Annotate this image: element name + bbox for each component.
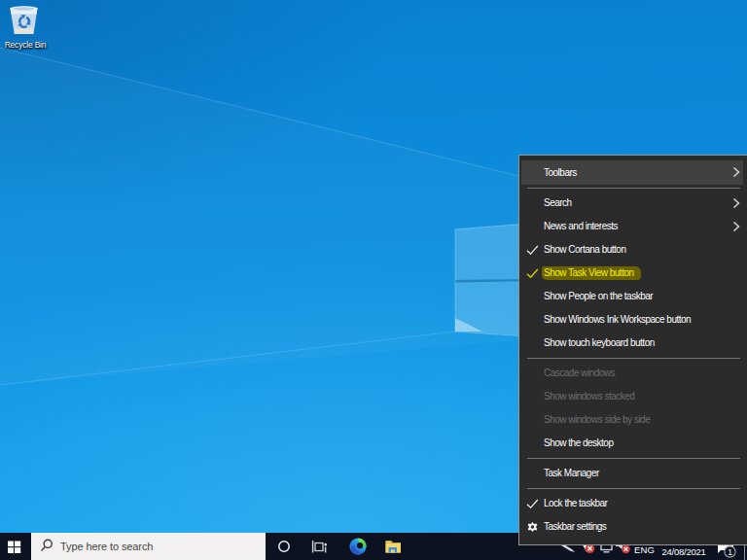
svg-text:1: 1 xyxy=(728,547,732,557)
